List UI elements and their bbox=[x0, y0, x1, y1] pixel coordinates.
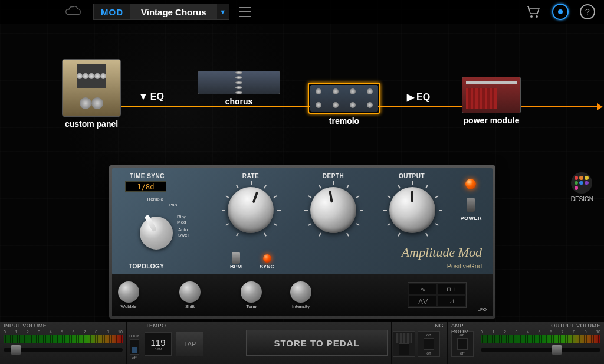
ng-section: NG on off bbox=[392, 322, 448, 364]
sync-led-icon bbox=[263, 254, 271, 263]
design-label: DESIGN bbox=[571, 196, 593, 202]
tap-button[interactable]: TAP bbox=[176, 332, 203, 356]
brand-script: Amplitude Mod bbox=[402, 245, 482, 260]
topology-option: Ring Mod bbox=[177, 214, 196, 225]
chain-slot-chorus[interactable]: chorus bbox=[198, 71, 280, 106]
wave-tri-icon[interactable]: ⋀⋁ bbox=[409, 296, 436, 306]
power-switch[interactable] bbox=[467, 198, 475, 212]
wobble-knob-col[interactable]: Wobble bbox=[118, 281, 139, 309]
input-volume-slider[interactable] bbox=[4, 348, 123, 352]
tempo-display[interactable]: 119 BPM bbox=[145, 332, 172, 356]
help-icon[interactable]: ? bbox=[577, 1, 598, 22]
tone-knob-col[interactable]: Tone bbox=[241, 281, 262, 309]
cart-icon[interactable] bbox=[523, 1, 544, 22]
power-led-icon bbox=[465, 179, 476, 189]
output-label: OUTPUT bbox=[394, 173, 429, 179]
bpm-switch[interactable] bbox=[232, 252, 240, 264]
shift-knob[interactable] bbox=[179, 281, 201, 303]
tempo-label: TEMPO bbox=[142, 322, 242, 330]
scale-row: 012345678910 bbox=[0, 330, 126, 334]
input-volume-section: INPUT VOLUME 012345678910 bbox=[0, 322, 127, 364]
preset-type-label: MOD bbox=[94, 7, 130, 17]
input-meter bbox=[4, 335, 123, 343]
play-icon: ▶ bbox=[407, 91, 414, 103]
menu-icon[interactable] bbox=[235, 4, 254, 20]
lock-state: off bbox=[132, 356, 137, 360]
ng-label: NG bbox=[392, 322, 447, 330]
store-section: STORE TO PEDAL bbox=[242, 322, 392, 364]
ng-switch[interactable] bbox=[399, 343, 409, 355]
chain-slot-eq2[interactable]: ▶ EQ bbox=[407, 91, 430, 103]
selected-highlight bbox=[308, 83, 380, 114]
wave-saw-icon[interactable]: ⩘ bbox=[438, 296, 465, 306]
lfo-label: LFO bbox=[477, 307, 487, 312]
custom-panel-thumb bbox=[62, 59, 121, 117]
app-root: MOD Vintage Chorus ▼ ? custom panel ▼ EQ bbox=[0, 0, 604, 364]
knob-label: Shift bbox=[185, 304, 195, 309]
topology-option: Pan bbox=[169, 202, 177, 208]
lock-switch[interactable] bbox=[130, 339, 139, 355]
wave-square-icon[interactable]: ⊓⊔ bbox=[438, 284, 465, 294]
settings-icon[interactable] bbox=[550, 1, 571, 22]
design-button[interactable]: DESIGN bbox=[571, 172, 593, 202]
chain-label: custom panel bbox=[62, 119, 121, 129]
tone-knob[interactable] bbox=[241, 281, 262, 303]
top-bar: MOD Vintage Chorus ▼ ? bbox=[0, 0, 604, 24]
shift-knob-col[interactable]: Shift bbox=[179, 281, 201, 309]
output-volume-label: OUTPUT VOLUME bbox=[477, 322, 604, 330]
wobble-knob[interactable] bbox=[118, 281, 139, 303]
amp-room-label: AMP ROOM bbox=[448, 322, 477, 330]
svg-point-0 bbox=[530, 15, 533, 18]
amp-room-section: AMP ROOM on off bbox=[448, 322, 477, 364]
chain-slot-tremolo[interactable]: tremolo bbox=[308, 83, 380, 126]
chain-slot-eq1[interactable]: ▼ EQ bbox=[139, 91, 164, 102]
knob-label: Wobble bbox=[121, 304, 137, 309]
chain-slot-power-module[interactable]: power module bbox=[462, 77, 521, 125]
dropdown-arrow-icon[interactable]: ▼ bbox=[217, 8, 229, 15]
amp-room-toggle[interactable]: on off bbox=[451, 331, 474, 357]
depth-label: DEPTH bbox=[316, 173, 351, 179]
bpm-sync-group: BPM SYNC bbox=[230, 252, 274, 270]
bpm-switch-col[interactable]: BPM bbox=[230, 252, 242, 270]
power-label: POWER bbox=[460, 215, 482, 221]
ng-box[interactable] bbox=[393, 331, 415, 357]
scale-row: 012345678910 bbox=[477, 330, 604, 334]
tempo-unit: BPM bbox=[154, 347, 162, 351]
time-sync-value[interactable]: 1/8d bbox=[125, 181, 166, 192]
tremolo-thumb bbox=[310, 85, 378, 112]
panel-face: TIME SYNC 1/8d Tremolo Pan Ring Mod Auto… bbox=[112, 168, 493, 274]
sync-led-col[interactable]: SYNC bbox=[260, 253, 274, 270]
panel-bottom-row: Wobble Shift Tone Intensity ∿ ⊓⊔ ⋀⋁ ⩘ LF… bbox=[112, 274, 493, 316]
knob-label: Intensity bbox=[292, 304, 310, 309]
amp-switch[interactable] bbox=[457, 338, 468, 350]
svg-point-1 bbox=[536, 15, 538, 18]
slider-thumb[interactable] bbox=[552, 345, 562, 355]
topology-control[interactable]: Tremolo Pan Ring Mod Auto Swell bbox=[119, 198, 196, 268]
lfo-wave-selector[interactable]: ∿ ⊓⊔ ⋀⋁ ⩘ bbox=[408, 282, 467, 308]
intensity-knob-col[interactable]: Intensity bbox=[290, 281, 311, 309]
ng-switch2[interactable] bbox=[424, 338, 434, 350]
cloud-icon[interactable] bbox=[65, 5, 81, 18]
lock-label: LOCK bbox=[129, 334, 140, 338]
power-module-thumb bbox=[462, 77, 521, 113]
signal-chain: custom panel ▼ EQ chorus tremolo ▶ EQ bbox=[0, 59, 604, 130]
topology-knob[interactable] bbox=[140, 217, 173, 250]
ng-toggle[interactable]: on off bbox=[418, 331, 440, 357]
output-volume-section: OUTPUT VOLUME 012345678910 bbox=[477, 322, 604, 364]
store-to-pedal-button[interactable]: STORE TO PEDAL bbox=[246, 330, 388, 356]
palette-icon bbox=[571, 172, 592, 194]
eq-label: EQ bbox=[150, 91, 164, 102]
slider-thumb[interactable] bbox=[11, 345, 21, 355]
chevron-down-icon: ▼ bbox=[139, 91, 148, 102]
lock-section[interactable]: LOCK off bbox=[127, 322, 142, 364]
chain-slot-custom-panel[interactable]: custom panel bbox=[62, 59, 121, 129]
wave-sine-icon[interactable]: ∿ bbox=[409, 284, 436, 294]
preset-selector[interactable]: MOD Vintage Chorus ▼ bbox=[93, 4, 229, 20]
intensity-knob[interactable] bbox=[290, 281, 311, 303]
time-sync-label: TIME SYNC bbox=[130, 173, 165, 179]
topology-option: Tremolo bbox=[146, 196, 163, 202]
input-volume-label: INPUT VOLUME bbox=[0, 322, 126, 330]
bottom-bar: INPUT VOLUME 012345678910 LOCK off TEMPO… bbox=[0, 322, 604, 364]
output-volume-slider[interactable] bbox=[481, 348, 600, 352]
output-knob[interactable] bbox=[389, 187, 435, 233]
